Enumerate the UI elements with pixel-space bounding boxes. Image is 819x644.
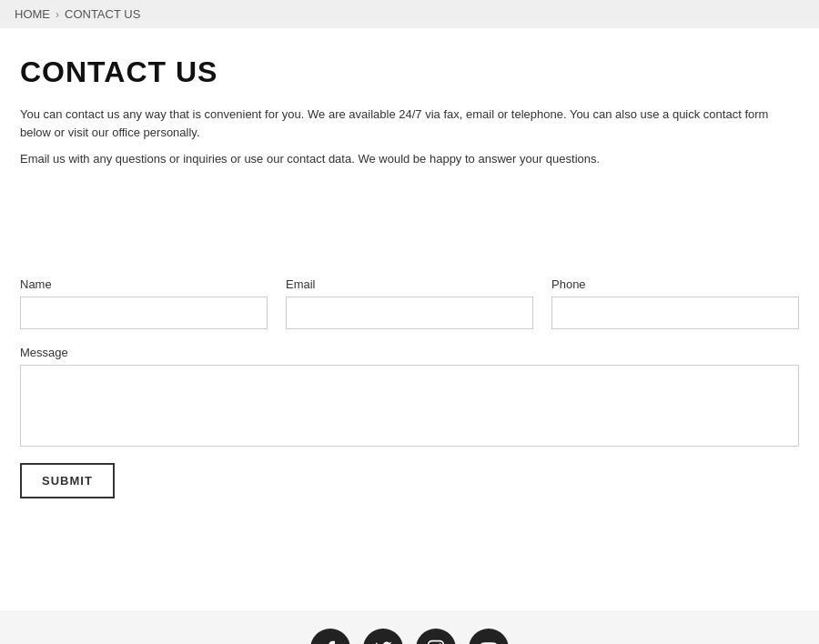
name-input[interactable] (20, 297, 268, 329)
email-label: Email (286, 277, 533, 291)
instagram-icon[interactable] (416, 629, 456, 644)
breadcrumb: HOME › CONTACT US (0, 0, 819, 28)
spacer (20, 177, 799, 268)
phone-input[interactable] (551, 297, 799, 329)
description-text-1: You can contact us any way that is conve… (20, 106, 799, 141)
contact-form: Name Email Phone Message SUBMIT (20, 277, 799, 498)
page-title: CONTACT US (20, 55, 799, 89)
phone-label: Phone (551, 277, 799, 291)
description-text-2: Email us with any questions or inquiries… (20, 150, 799, 168)
breadcrumb-current: CONTACT US (65, 7, 140, 21)
twitter-icon[interactable] (363, 629, 403, 644)
submit-button[interactable]: SUBMIT (20, 463, 115, 498)
email-input[interactable] (286, 297, 533, 329)
facebook-icon[interactable] (310, 629, 350, 644)
phone-field-container: Phone (551, 277, 799, 329)
youtube-icon[interactable] (469, 629, 509, 644)
main-content: CONTACT US You can contact us any way th… (0, 28, 819, 610)
breadcrumb-separator: › (56, 8, 59, 21)
breadcrumb-home[interactable]: HOME (15, 7, 50, 21)
email-field-container: Email (286, 277, 551, 329)
message-input[interactable] (20, 365, 799, 447)
message-label: Message (20, 346, 799, 359)
name-label: Name (20, 277, 268, 291)
footer (0, 610, 819, 644)
form-row-top: Name Email Phone (20, 277, 799, 329)
message-field-container: Message (20, 346, 799, 447)
name-field-container: Name (20, 277, 286, 329)
